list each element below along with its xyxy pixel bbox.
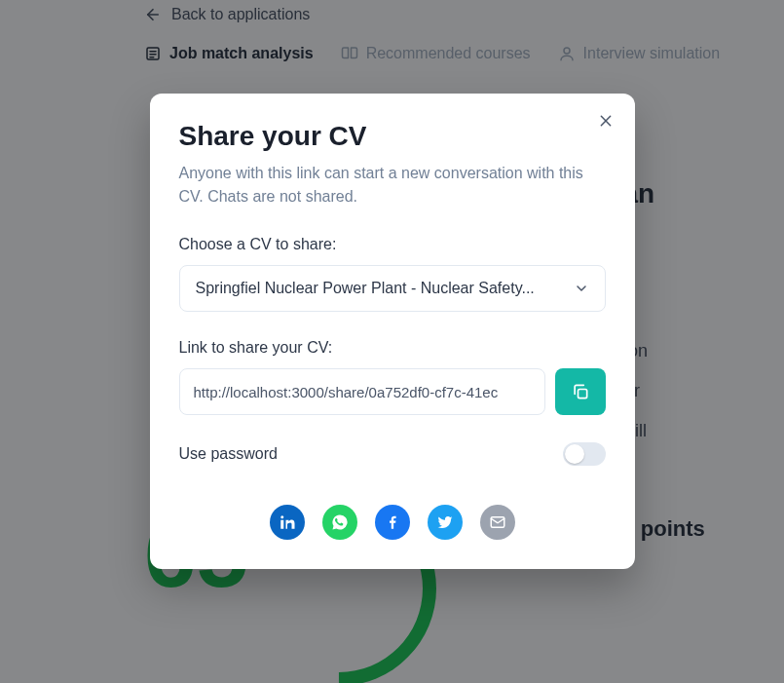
- share-link-input[interactable]: [179, 368, 545, 415]
- share-linkedin[interactable]: [270, 505, 305, 540]
- linkedin-icon: [279, 513, 296, 531]
- whatsapp-icon: [331, 513, 349, 531]
- copy-icon: [571, 382, 590, 401]
- chevron-down-icon: [574, 281, 589, 296]
- share-email[interactable]: [480, 505, 515, 540]
- modal-subtitle: Anyone with this link can start a new co…: [179, 162, 606, 209]
- share-whatsapp[interactable]: [322, 505, 357, 540]
- copy-button[interactable]: [555, 368, 606, 415]
- email-icon: [489, 513, 506, 531]
- password-toggle[interactable]: [563, 442, 606, 466]
- share-cv-modal: Share your CV Anyone with this link can …: [150, 94, 635, 569]
- close-button[interactable]: [594, 109, 617, 133]
- choose-cv-label: Choose a CV to share:: [179, 236, 606, 253]
- svg-rect-8: [578, 390, 586, 398]
- twitter-icon: [436, 513, 454, 531]
- svg-point-10: [280, 515, 283, 518]
- cv-select-value: Springfiel Nuclear Power Plant - Nuclear…: [196, 280, 535, 297]
- share-facebook[interactable]: [375, 505, 410, 540]
- password-label: Use password: [179, 445, 278, 463]
- share-link-label: Link to share your CV:: [179, 339, 606, 357]
- share-twitter[interactable]: [428, 505, 463, 540]
- modal-overlay[interactable]: Share your CV Anyone with this link can …: [0, 0, 784, 683]
- modal-title: Share your CV: [179, 121, 606, 152]
- cv-select[interactable]: Springfiel Nuclear Power Plant - Nuclear…: [179, 265, 606, 312]
- svg-rect-9: [280, 520, 283, 529]
- facebook-icon: [384, 513, 401, 531]
